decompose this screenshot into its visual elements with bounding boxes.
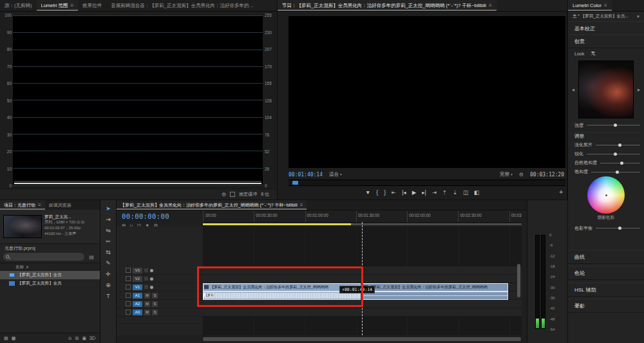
selection-tool[interactable]: ➤ <box>106 205 111 212</box>
tab-effect-controls[interactable]: 效果控件 <box>78 0 106 11</box>
sync-lock-icon[interactable] <box>144 277 148 281</box>
slider-track[interactable] <box>596 145 640 145</box>
ripple-edit-tool[interactable]: ⇋ <box>106 227 111 234</box>
track-lock-icon[interactable] <box>126 310 131 315</box>
panel-menu-icon[interactable]: ≡ <box>38 202 41 208</box>
audio-track-header[interactable]: A3 M S <box>117 308 203 317</box>
project-list-item[interactable]: 【萝莉_正太混剪】全员 <box>0 271 100 279</box>
mark-in-button[interactable]: { <box>376 189 378 196</box>
look-next-icon[interactable]: ▸ <box>638 87 640 93</box>
solo-button[interactable]: S <box>152 301 158 307</box>
slider-handle[interactable] <box>618 227 621 230</box>
name-column-header[interactable]: 名称 ∧ <box>0 263 100 272</box>
project-list-item[interactable]: 【萝莉_正太混剪】全员 <box>0 279 100 288</box>
slider-handle[interactable] <box>614 124 617 127</box>
toggle-track-output-icon[interactable] <box>150 277 153 281</box>
section-basic-correction[interactable]: 基本校正 <box>568 21 644 35</box>
tab-media-browser[interactable]: 媒体浏览器 <box>45 200 75 210</box>
monitor-settings-icon[interactable]: ⚙ <box>519 172 524 178</box>
track-lock-icon[interactable] <box>126 276 131 281</box>
timeline-current-timecode[interactable]: 00:00:00:00 <box>122 212 169 220</box>
panel-menu-icon[interactable]: ≡ <box>71 3 74 8</box>
master-track-header[interactable] <box>117 317 203 324</box>
delete-icon[interactable]: ⌦ <box>90 336 96 341</box>
toggle-track-output-icon[interactable] <box>150 286 153 289</box>
track-target-badge[interactable]: V3 <box>133 268 142 273</box>
pen-tool[interactable]: ✎ <box>106 260 111 266</box>
comparison-view-button[interactable]: ◧ <box>474 189 479 196</box>
section-curves[interactable]: 曲线 <box>568 250 644 264</box>
add-marker-button[interactable]: ▼ <box>365 189 370 196</box>
track-lock-icon[interactable] <box>126 301 131 306</box>
audio-track-header[interactable]: A1 M S <box>117 292 203 300</box>
hand-tool[interactable]: ✛ <box>106 271 111 277</box>
slider-handle[interactable] <box>614 153 617 156</box>
timeline-vertical-scrollbar[interactable] <box>517 264 520 297</box>
slip-tool[interactable]: ⇆ <box>106 249 111 255</box>
video-track-header[interactable]: V1 <box>117 283 203 292</box>
track-lock-icon[interactable] <box>126 268 131 273</box>
zoom-level-dropdown[interactable]: 适合 ▾ <box>329 171 342 178</box>
tab-source-monitor[interactable]: 源：(无剪辑) <box>0 0 37 11</box>
mute-button[interactable]: M <box>144 293 150 299</box>
mute-button[interactable]: M <box>144 301 150 307</box>
video-track-header[interactable]: V3 <box>117 266 203 275</box>
tab-program-monitor[interactable]: 节目：【萝莉_正太混剪】全员黑化向：治好你多年的萝莉_正太控_哟哟哟哟 (*ˊ-… <box>278 0 497 11</box>
look-preview-image[interactable] <box>578 60 634 118</box>
audio-clip-2[interactable] <box>362 292 508 300</box>
panel-menu-icon[interactable]: ≡ <box>604 3 607 8</box>
mark-out-button[interactable]: } <box>384 189 386 196</box>
video-clip-2[interactable]: 【萝莉_正太混剪】全员黑化向：治好你多年的萝莉_正太控_哟哟哟哟 <box>362 283 508 292</box>
slider-track[interactable] <box>600 163 640 163</box>
look-prev-icon[interactable]: ◂ <box>572 87 574 93</box>
pin-buffer-checkbox[interactable] <box>230 192 235 197</box>
track-lock-icon[interactable] <box>126 284 131 290</box>
section-creative[interactable]: 创意 <box>568 34 644 48</box>
step-back-button[interactable]: |◂ <box>402 189 406 196</box>
timeline-ruler[interactable]: :00:0000:00:30:0000:01:00:0000:01:30:000… <box>203 211 522 223</box>
find-icon[interactable]: ⊙ <box>68 336 72 341</box>
tab-lumetri-scopes[interactable]: Lumetri 范围 ≡ <box>37 0 79 11</box>
icon-view-icon[interactable]: ▦ <box>12 336 16 341</box>
track-target-badge[interactable]: A2 <box>133 301 142 307</box>
step-forward-button[interactable]: ▸| <box>422 189 426 196</box>
work-area-bar[interactable] <box>203 223 351 225</box>
media-browser-icon[interactable]: ▤ <box>86 253 97 261</box>
waveform-display[interactable] <box>13 15 263 185</box>
video-track-header[interactable]: V2 <box>117 275 203 283</box>
track-target-badge[interactable]: V2 <box>133 276 142 282</box>
extract-button[interactable]: ⇣ <box>453 189 457 196</box>
new-bin-icon[interactable]: ⊞ <box>75 336 79 341</box>
panel-menu-icon[interactable]: ≡ <box>300 202 303 208</box>
track-target-badge[interactable]: V1 <box>133 284 142 290</box>
audio-track-header[interactable]: A2 M S <box>117 300 203 308</box>
search-input[interactable] <box>12 254 82 260</box>
project-search-box[interactable] <box>3 253 84 261</box>
sync-lock-icon[interactable] <box>144 268 148 272</box>
tab-audio-mixer[interactable]: 音频剪辑混合器：【萝莉_正太混剪】全员黑化向：治好你多年的萝莉_正太控 <box>106 0 260 11</box>
solo-button[interactable]: S <box>152 310 158 315</box>
slider-track[interactable] <box>587 154 640 154</box>
program-video-frame[interactable] <box>289 16 565 168</box>
shadow-tint-color-wheel[interactable] <box>587 176 625 214</box>
slider-handle[interactable] <box>618 144 621 147</box>
track-lock-icon[interactable] <box>126 293 131 298</box>
slider-handle[interactable] <box>616 171 619 174</box>
play-button[interactable]: ▶ <box>412 189 417 196</box>
mute-button[interactable]: M <box>144 310 150 315</box>
new-item-icon[interactable]: ▣ <box>82 336 86 341</box>
track-target-badge[interactable]: A1 <box>133 293 142 299</box>
zoom-tool[interactable]: ⊕ <box>106 282 111 288</box>
slider-track[interactable] <box>591 172 640 172</box>
section-vignette[interactable]: 晕影 <box>568 299 644 313</box>
tab-project[interactable]: 项目：光盘行动 ≡ <box>0 200 45 210</box>
lift-button[interactable]: ⇡ <box>442 189 447 196</box>
program-scrubber[interactable] <box>289 180 565 186</box>
audio-meter-bars[interactable] <box>535 235 545 329</box>
playback-resolution-dropdown[interactable]: 完整 ▾ <box>500 171 513 178</box>
zoom-scroll-bar[interactable] <box>351 223 522 225</box>
sync-lock-icon[interactable] <box>144 285 148 289</box>
export-frame-button[interactable]: ◫ <box>463 189 468 196</box>
slider-handle[interactable] <box>620 162 623 165</box>
go-to-in-button[interactable]: ⇤ <box>392 189 396 196</box>
